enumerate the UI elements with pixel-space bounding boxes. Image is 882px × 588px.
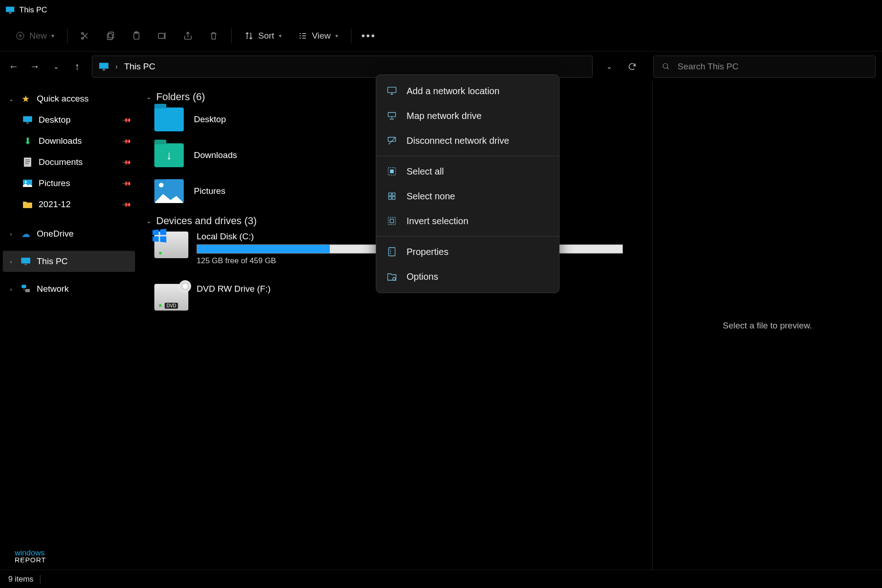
properties-icon bbox=[386, 246, 397, 257]
view-button[interactable]: View ▾ bbox=[292, 25, 345, 46]
address-right-controls: ⌄ bbox=[599, 57, 642, 77]
menu-invert-selection[interactable]: Invert selection bbox=[376, 209, 559, 233]
search-placeholder: Search This PC bbox=[678, 62, 739, 72]
drive-label: Local Disk (C:) bbox=[197, 232, 379, 242]
chevron-down-icon: ▾ bbox=[279, 33, 282, 39]
sidebar-label: Desktop bbox=[39, 115, 118, 125]
view-icon bbox=[298, 31, 307, 40]
sidebar-label: OneDrive bbox=[37, 229, 130, 239]
svg-rect-13 bbox=[23, 116, 32, 122]
separator bbox=[67, 28, 68, 44]
menu-select-all[interactable]: Select all bbox=[376, 159, 559, 184]
svg-point-12 bbox=[663, 63, 668, 68]
refresh-icon bbox=[628, 62, 637, 71]
svg-point-17 bbox=[25, 181, 27, 183]
breadcrumb-separator: › bbox=[115, 62, 118, 71]
menu-label: Add a network location bbox=[407, 86, 499, 96]
chevron-right-icon: › bbox=[7, 231, 15, 237]
this-pc-icon bbox=[99, 62, 109, 71]
download-arrow-icon: ↓ bbox=[166, 148, 172, 163]
breadcrumb-location[interactable]: This PC bbox=[124, 62, 155, 72]
svg-rect-11 bbox=[102, 69, 105, 71]
sidebar-item-downloads[interactable]: ⬇ Downloads 📌 bbox=[3, 130, 135, 152]
preview-pane: Select a file to preview. bbox=[652, 82, 882, 570]
new-label: New bbox=[29, 31, 47, 41]
menu-map-network-drive[interactable]: Map network drive bbox=[376, 103, 559, 128]
paste-button[interactable] bbox=[125, 25, 147, 46]
rename-button[interactable] bbox=[151, 25, 173, 46]
svg-rect-32 bbox=[390, 219, 394, 223]
menu-separator bbox=[376, 156, 559, 156]
sidebar-quick-access[interactable]: ⌄ ★ Quick access bbox=[3, 88, 135, 109]
copy-button[interactable] bbox=[100, 25, 122, 46]
menu-select-none[interactable]: Select none bbox=[376, 184, 559, 209]
pin-icon: 📌 bbox=[122, 178, 132, 188]
menu-options[interactable]: Options bbox=[376, 264, 559, 289]
svg-point-37 bbox=[393, 277, 396, 280]
menu-label: Map network drive bbox=[407, 111, 481, 121]
svg-rect-6 bbox=[107, 34, 113, 40]
pin-icon: 📌 bbox=[122, 199, 132, 209]
sidebar-network[interactable]: › Network bbox=[3, 278, 135, 300]
menu-label: Disconnect network drive bbox=[407, 136, 509, 146]
svg-rect-26 bbox=[390, 170, 394, 173]
document-icon bbox=[22, 157, 33, 168]
sidebar-item-desktop[interactable]: Desktop 📌 bbox=[3, 109, 135, 130]
sidebar-label: Pictures bbox=[39, 178, 118, 188]
sidebar-onedrive[interactable]: › ☁ OneDrive bbox=[3, 223, 135, 244]
svg-rect-33 bbox=[389, 248, 395, 256]
back-button[interactable]: ← bbox=[4, 57, 24, 77]
svg-rect-23 bbox=[388, 113, 396, 117]
address-history-button[interactable]: ⌄ bbox=[599, 57, 619, 77]
menu-disconnect-network-drive[interactable]: Disconnect network drive bbox=[376, 128, 559, 153]
folder-icon bbox=[22, 199, 33, 210]
menu-properties[interactable]: Properties bbox=[376, 239, 559, 264]
svg-rect-28 bbox=[392, 193, 395, 196]
sidebar-item-folder[interactable]: 2021-12 📌 bbox=[3, 194, 135, 215]
chevron-down-icon: ▾ bbox=[51, 33, 54, 39]
nav-buttons: ← → ⌄ ↑ bbox=[4, 57, 87, 77]
sidebar-label: Quick access bbox=[37, 94, 130, 104]
preview-placeholder: Select a file to preview. bbox=[723, 321, 812, 331]
sidebar-item-documents[interactable]: Documents 📌 bbox=[3, 152, 135, 173]
drive-info: DVD RW Drive (F:) bbox=[197, 284, 379, 311]
sidebar-label: This PC bbox=[37, 256, 130, 266]
delete-button[interactable] bbox=[203, 25, 225, 46]
chevron-down-icon: ⌄ bbox=[7, 96, 15, 102]
cut-button[interactable] bbox=[74, 25, 96, 46]
refresh-button[interactable] bbox=[622, 57, 642, 77]
svg-rect-1 bbox=[9, 12, 11, 14]
sidebar-label: Downloads bbox=[39, 136, 118, 146]
desktop-icon bbox=[22, 114, 33, 125]
svg-rect-0 bbox=[6, 7, 14, 12]
title-bar: This PC bbox=[0, 0, 882, 20]
svg-rect-31 bbox=[388, 217, 396, 225]
view-label: View bbox=[312, 31, 331, 41]
sidebar-label: Network bbox=[37, 284, 130, 294]
search-bar[interactable]: Search This PC bbox=[653, 56, 876, 78]
new-button[interactable]: New ▾ bbox=[9, 25, 61, 46]
network-icon bbox=[20, 283, 31, 294]
context-menu: Add a network location Map network drive… bbox=[376, 74, 560, 293]
sidebar-this-pc[interactable]: › This PC bbox=[3, 251, 135, 272]
sort-button[interactable]: Sort ▾ bbox=[238, 25, 288, 46]
share-button[interactable] bbox=[177, 25, 199, 46]
up-button[interactable]: ↑ bbox=[67, 57, 87, 77]
menu-add-network-location[interactable]: Add a network location bbox=[376, 79, 559, 103]
cloud-icon: ☁ bbox=[20, 228, 31, 239]
drive-c[interactable]: Local Disk (C:) 125 GB free of 459 GB bbox=[154, 232, 379, 266]
menu-label: Properties bbox=[407, 247, 448, 257]
sidebar-item-pictures[interactable]: Pictures 📌 bbox=[3, 173, 135, 194]
svg-rect-21 bbox=[25, 289, 30, 292]
forward-button[interactable]: → bbox=[25, 57, 45, 77]
star-icon: ★ bbox=[20, 93, 31, 104]
arrow-right-icon: → bbox=[30, 61, 40, 73]
chevron-down-icon: ⌄ bbox=[53, 62, 59, 71]
chevron-down-icon: ⌄ bbox=[606, 62, 612, 71]
watermark-line2: REPORT bbox=[15, 557, 46, 563]
drive-f[interactable]: DVD DVD RW Drive (F:) bbox=[154, 284, 379, 311]
recent-button[interactable]: ⌄ bbox=[46, 57, 66, 77]
folder-icon bbox=[154, 179, 184, 203]
drive-usage-bar bbox=[197, 244, 379, 254]
more-button[interactable]: ••• bbox=[358, 25, 380, 46]
